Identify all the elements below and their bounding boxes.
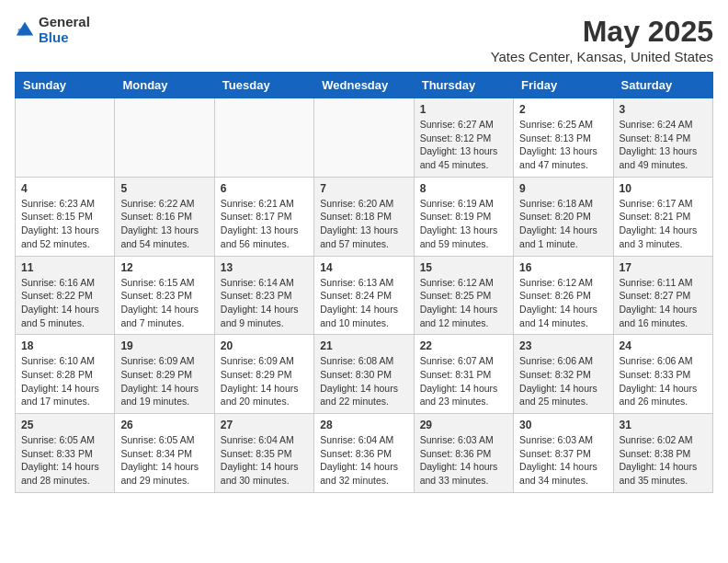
logo-icon <box>15 20 35 40</box>
calendar-cell: 7Sunrise: 6:20 AMSunset: 8:18 PMDaylight… <box>314 177 414 256</box>
calendar-week-5: 25Sunrise: 6:05 AMSunset: 8:33 PMDayligh… <box>16 414 713 493</box>
day-number: 6 <box>221 182 308 195</box>
day-number: 19 <box>120 339 208 352</box>
day-info: Sunrise: 6:06 AMSunset: 8:32 PMDaylight:… <box>519 354 607 408</box>
calendar-cell: 10Sunrise: 6:17 AMSunset: 8:21 PMDayligh… <box>613 177 712 256</box>
weekday-header-thursday: Thursday <box>414 73 513 98</box>
calendar-cell: 19Sunrise: 6:09 AMSunset: 8:29 PMDayligh… <box>115 335 214 414</box>
calendar-cell: 5Sunrise: 6:22 AMSunset: 8:16 PMDaylight… <box>115 177 214 256</box>
day-number: 10 <box>620 182 707 195</box>
calendar-table: SundayMondayTuesdayWednesdayThursdayFrid… <box>15 72 713 493</box>
logo-text: General Blue <box>39 15 90 45</box>
day-number: 28 <box>320 419 407 431</box>
day-number: 18 <box>21 339 108 352</box>
day-info: Sunrise: 6:24 AMSunset: 8:14 PMDaylight:… <box>620 118 707 172</box>
day-number: 29 <box>420 419 507 431</box>
calendar-week-4: 18Sunrise: 6:10 AMSunset: 8:28 PMDayligh… <box>16 335 713 414</box>
day-number: 12 <box>120 261 208 274</box>
calendar-cell: 2Sunrise: 6:25 AMSunset: 8:13 PMDaylight… <box>514 98 613 178</box>
day-info: Sunrise: 6:02 AMSunset: 8:38 PMDaylight:… <box>620 433 707 488</box>
weekday-header-friday: Friday <box>514 73 613 98</box>
day-number: 11 <box>21 261 108 274</box>
day-info: Sunrise: 6:03 AMSunset: 8:36 PMDaylight:… <box>420 433 507 488</box>
weekday-header-tuesday: Tuesday <box>214 73 313 98</box>
day-info: Sunrise: 6:18 AMSunset: 8:20 PMDaylight:… <box>519 197 607 251</box>
day-number: 9 <box>519 182 607 195</box>
calendar-cell <box>16 98 115 178</box>
calendar-cell: 28Sunrise: 6:04 AMSunset: 8:36 PMDayligh… <box>314 414 414 493</box>
day-number: 4 <box>21 182 108 195</box>
day-number: 27 <box>221 419 308 431</box>
day-number: 1 <box>420 103 507 116</box>
calendar-cell: 17Sunrise: 6:11 AMSunset: 8:27 PMDayligh… <box>613 256 712 335</box>
calendar-cell: 25Sunrise: 6:05 AMSunset: 8:33 PMDayligh… <box>16 414 115 493</box>
day-number: 31 <box>620 419 707 431</box>
day-info: Sunrise: 6:27 AMSunset: 8:12 PMDaylight:… <box>420 118 507 172</box>
day-number: 16 <box>519 261 607 274</box>
day-info: Sunrise: 6:25 AMSunset: 8:13 PMDaylight:… <box>519 118 607 172</box>
logo-blue: Blue <box>39 30 90 46</box>
weekday-header-saturday: Saturday <box>613 73 712 98</box>
day-number: 24 <box>620 339 707 352</box>
day-number: 8 <box>420 182 507 195</box>
day-info: Sunrise: 6:23 AMSunset: 8:15 PMDaylight:… <box>21 197 108 251</box>
calendar-cell: 4Sunrise: 6:23 AMSunset: 8:15 PMDaylight… <box>16 177 115 256</box>
day-info: Sunrise: 6:10 AMSunset: 8:28 PMDaylight:… <box>21 354 108 408</box>
calendar-cell: 16Sunrise: 6:12 AMSunset: 8:26 PMDayligh… <box>514 256 613 335</box>
calendar-cell: 21Sunrise: 6:08 AMSunset: 8:30 PMDayligh… <box>314 335 414 414</box>
calendar-cell: 11Sunrise: 6:16 AMSunset: 8:22 PMDayligh… <box>16 256 115 335</box>
calendar-week-1: 1Sunrise: 6:27 AMSunset: 8:12 PMDaylight… <box>16 98 713 178</box>
day-number: 23 <box>519 339 607 352</box>
calendar-cell: 31Sunrise: 6:02 AMSunset: 8:38 PMDayligh… <box>613 414 712 493</box>
logo-general: General <box>39 15 90 30</box>
calendar-cell: 20Sunrise: 6:09 AMSunset: 8:29 PMDayligh… <box>214 335 313 414</box>
day-number: 3 <box>620 103 707 116</box>
calendar-week-3: 11Sunrise: 6:16 AMSunset: 8:22 PMDayligh… <box>16 256 713 335</box>
calendar-cell: 1Sunrise: 6:27 AMSunset: 8:12 PMDaylight… <box>414 98 513 178</box>
weekday-header-row: SundayMondayTuesdayWednesdayThursdayFrid… <box>16 73 713 98</box>
day-info: Sunrise: 6:19 AMSunset: 8:19 PMDaylight:… <box>420 197 507 251</box>
day-number: 22 <box>420 339 507 352</box>
day-number: 20 <box>221 339 308 352</box>
weekday-header-sunday: Sunday <box>16 73 115 98</box>
calendar-cell: 26Sunrise: 6:05 AMSunset: 8:34 PMDayligh… <box>115 414 214 493</box>
logo: General Blue <box>15 15 90 45</box>
weekday-header-monday: Monday <box>115 73 214 98</box>
day-info: Sunrise: 6:07 AMSunset: 8:31 PMDaylight:… <box>420 354 507 408</box>
subtitle: Yates Center, Kansas, United States <box>491 49 713 64</box>
day-info: Sunrise: 6:12 AMSunset: 8:25 PMDaylight:… <box>420 276 507 330</box>
calendar-cell <box>115 98 214 178</box>
day-number: 30 <box>519 419 607 431</box>
calendar-cell: 14Sunrise: 6:13 AMSunset: 8:24 PMDayligh… <box>314 256 414 335</box>
page-header: General Blue May 2025 Yates Center, Kans… <box>15 15 713 64</box>
calendar-week-2: 4Sunrise: 6:23 AMSunset: 8:15 PMDaylight… <box>16 177 713 256</box>
day-number: 15 <box>420 261 507 274</box>
day-info: Sunrise: 6:04 AMSunset: 8:35 PMDaylight:… <box>221 433 308 488</box>
calendar-cell: 30Sunrise: 6:03 AMSunset: 8:37 PMDayligh… <box>514 414 613 493</box>
day-info: Sunrise: 6:12 AMSunset: 8:26 PMDaylight:… <box>519 276 607 330</box>
day-number: 26 <box>120 419 208 431</box>
calendar-cell: 13Sunrise: 6:14 AMSunset: 8:23 PMDayligh… <box>214 256 313 335</box>
calendar-cell: 15Sunrise: 6:12 AMSunset: 8:25 PMDayligh… <box>414 256 513 335</box>
day-number: 25 <box>21 419 108 431</box>
day-number: 5 <box>120 182 208 195</box>
calendar-cell: 18Sunrise: 6:10 AMSunset: 8:28 PMDayligh… <box>16 335 115 414</box>
day-info: Sunrise: 6:14 AMSunset: 8:23 PMDaylight:… <box>221 276 308 330</box>
calendar-cell: 8Sunrise: 6:19 AMSunset: 8:19 PMDaylight… <box>414 177 513 256</box>
calendar-cell: 6Sunrise: 6:21 AMSunset: 8:17 PMDaylight… <box>214 177 313 256</box>
weekday-header-wednesday: Wednesday <box>314 73 414 98</box>
calendar-cell: 3Sunrise: 6:24 AMSunset: 8:14 PMDaylight… <box>613 98 712 178</box>
day-number: 17 <box>620 261 707 274</box>
day-number: 7 <box>320 182 407 195</box>
day-info: Sunrise: 6:21 AMSunset: 8:17 PMDaylight:… <box>221 197 308 251</box>
day-info: Sunrise: 6:09 AMSunset: 8:29 PMDaylight:… <box>221 354 308 408</box>
day-info: Sunrise: 6:05 AMSunset: 8:33 PMDaylight:… <box>21 433 108 488</box>
calendar-cell <box>314 98 414 178</box>
day-info: Sunrise: 6:16 AMSunset: 8:22 PMDaylight:… <box>21 276 108 330</box>
calendar-cell: 27Sunrise: 6:04 AMSunset: 8:35 PMDayligh… <box>214 414 313 493</box>
calendar-cell: 9Sunrise: 6:18 AMSunset: 8:20 PMDaylight… <box>514 177 613 256</box>
calendar-cell: 22Sunrise: 6:07 AMSunset: 8:31 PMDayligh… <box>414 335 513 414</box>
day-info: Sunrise: 6:04 AMSunset: 8:36 PMDaylight:… <box>320 433 407 488</box>
calendar-cell: 24Sunrise: 6:06 AMSunset: 8:33 PMDayligh… <box>613 335 712 414</box>
day-info: Sunrise: 6:11 AMSunset: 8:27 PMDaylight:… <box>620 276 707 330</box>
